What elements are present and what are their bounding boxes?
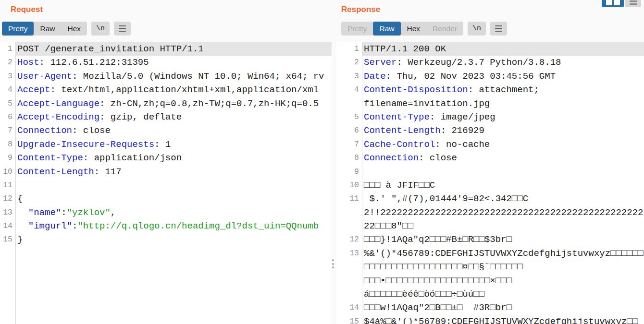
response-tab-hex[interactable]: Hex (401, 22, 427, 36)
code-line: 8Upgrade-Insecure-Requests: 1 (0, 138, 332, 151)
gutter-divider (15, 42, 16, 324)
request-tab-pretty[interactable]: Pretty (2, 22, 34, 36)
response-menu-button[interactable] (490, 22, 507, 36)
top-menu-button[interactable] (625, 0, 641, 7)
line-content: Connection: close (362, 151, 644, 165)
request-tabbar: PrettyRawHex \n (2, 22, 332, 36)
hamburger-menu-icon (495, 25, 502, 32)
line-number: 9 (0, 151, 15, 165)
gutter-divider (362, 42, 362, 324)
request-tab-hex[interactable]: Hex (62, 22, 87, 36)
code-line: 3User-Agent: Mozilla/5.0 (Windows NT 10.… (0, 70, 332, 83)
hamburger-menu-icon (119, 25, 126, 32)
line-content: $.' ",#(7),01444'9=82<.342□□C (362, 192, 644, 205)
line-number: 6 (0, 110, 15, 124)
code-line: 7Connection: close (0, 124, 332, 137)
line-content: Accept: text/html,application/xhtml+xml,… (15, 83, 332, 96)
response-tab-render[interactable]: Render (426, 22, 463, 36)
line-number: 14 (0, 219, 15, 233)
response-tab-raw[interactable]: Raw (373, 22, 400, 36)
line-number: 15 (0, 233, 15, 246)
line-content: □□□•□□□□□□□□□□□□□□□□□□□×□□□ (362, 274, 644, 288)
code-line: 10□□□ à JFIF□□C (336, 179, 644, 192)
line-content: HTTP/1.1 200 OK (362, 42, 644, 56)
response-editor[interactable]: 1HTTP/1.1 200 OK2Server: Werkzeug/2.3.7 … (336, 42, 644, 324)
line-content: Content-Disposition: attachment; (362, 83, 644, 96)
code-line: 11 $.' ",#(7),01444'9=82<.342□□C (336, 192, 644, 205)
line-number: 6 (336, 124, 362, 137)
line-number: 5 (336, 110, 362, 124)
code-line: 5Content-Type: image/jpeg (336, 110, 644, 124)
line-number (336, 288, 362, 301)
line-content: { (15, 192, 332, 205)
code-line: □□□□□□□□□□□□□□□□□□¤□□§¨□□□□□□ (336, 260, 644, 274)
request-newline-toggle[interactable]: \n (91, 22, 110, 36)
line-content: 2!!2222222222222222222222222222222222222… (362, 206, 644, 219)
request-panel: Request PrettyRawHex \n 1POST /generate_… (0, 0, 332, 324)
line-number (336, 206, 362, 219)
code-line: filename=invitation.jpg (336, 97, 644, 110)
line-content: "imgurl":"http://q.qlogo.cn/headimg_dl?d… (15, 219, 332, 233)
code-line: 2Host: 112.6.51.212:31395 (0, 56, 332, 69)
line-number: 3 (0, 70, 15, 83)
line-content: } (15, 233, 332, 246)
line-number (336, 274, 362, 288)
line-number: 11 (336, 192, 362, 205)
response-tab-pretty[interactable]: Pretty (341, 22, 373, 36)
response-tab-group: PrettyRawHexRender (341, 22, 463, 36)
response-newline-toggle[interactable]: \n (468, 22, 486, 36)
line-content: á□□□□□□èéê□òó□□□÷□ùú□□ (362, 288, 644, 301)
code-line: 6Accept-Encoding: gzip, deflate (0, 110, 332, 124)
line-content: Upgrade-Insecure-Requests: 1 (15, 138, 332, 151)
line-number: 1 (336, 42, 362, 56)
line-content: %&'()*456789:CDEFGHIJSTUVWXYZcdefghijstu… (362, 247, 644, 260)
code-line: 11 (0, 179, 332, 192)
line-number: 7 (0, 124, 15, 137)
code-line: 12□□□}!1AQa"q2□□□#B±□R□□$3br□ (336, 233, 644, 246)
code-line: 2!!2222222222222222222222222222222222222… (336, 206, 644, 219)
line-content: Content-Length: 216929 (362, 124, 644, 137)
request-editor[interactable]: 1POST /generate_invitation HTTP/1.12Host… (0, 42, 332, 324)
response-panel: Response PrettyRawHexRender \n 1HTTP/1.1… (336, 0, 644, 324)
line-number (336, 219, 362, 233)
menu-icon (630, 0, 637, 5)
code-line: 13 "name":"yzklov", (0, 206, 332, 219)
split-columns-icon[interactable] (602, 0, 624, 7)
line-content: Cache-Control: no-cache (362, 138, 644, 151)
line-content: Content-Type: image/jpeg (362, 110, 644, 124)
line-number: 5 (0, 97, 15, 110)
line-content: Server: Werkzeug/2.3.7 Python/3.8.18 (362, 56, 644, 69)
request-menu-button[interactable] (114, 22, 131, 36)
line-content: □□□w!1AQaq"2□B□□±□ #3R□br□ (362, 301, 644, 314)
code-line: 12{ (0, 192, 332, 205)
line-content: Date: Thu, 02 Nov 2023 03:45:56 GMT (362, 70, 644, 83)
line-number: 9 (336, 165, 362, 179)
line-content: User-Agent: Mozilla/5.0 (Windows NT 10.0… (15, 70, 332, 83)
line-content: □□□ à JFIF□□C (362, 179, 644, 192)
code-line: 6Content-Length: 216929 (336, 124, 644, 137)
line-number: 10 (0, 165, 15, 179)
request-tab-raw[interactable]: Raw (34, 22, 61, 36)
line-number (336, 97, 362, 110)
code-line: 4Content-Disposition: attachment; (336, 83, 644, 96)
line-number: 2 (336, 56, 362, 69)
request-title: Request (11, 5, 332, 14)
code-line: 4Accept: text/html,application/xhtml+xml… (0, 83, 332, 96)
line-number: 15 (336, 315, 362, 324)
code-line: 3Date: Thu, 02 Nov 2023 03:45:56 GMT (336, 70, 644, 83)
code-line: 10Content-Length: 117 (0, 165, 332, 179)
line-content: □□□}!1AQa"q2□□□#B±□R□□$3br□ (362, 233, 644, 246)
line-content (362, 165, 644, 179)
line-content: POST /generate_invitation HTTP/1.1 (15, 42, 332, 56)
response-title: Response (341, 5, 644, 14)
code-line: 2Server: Werkzeug/2.3.7 Python/3.8.18 (336, 56, 644, 69)
line-content: $4á%□&'()*56789:CDEFGHIJSTUVWXYZcdefghij… (362, 315, 644, 324)
line-number: 12 (336, 233, 362, 246)
code-line: 5Accept-Language: zh-CN,zh;q=0.8,zh-TW;q… (0, 97, 332, 110)
line-number: 11 (0, 179, 15, 192)
line-number: 14 (336, 301, 362, 314)
line-number: 2 (0, 56, 15, 69)
request-tab-group: PrettyRawHex (2, 22, 87, 36)
line-number: 13 (336, 247, 362, 260)
panel-splitter-handle[interactable] (332, 259, 334, 268)
